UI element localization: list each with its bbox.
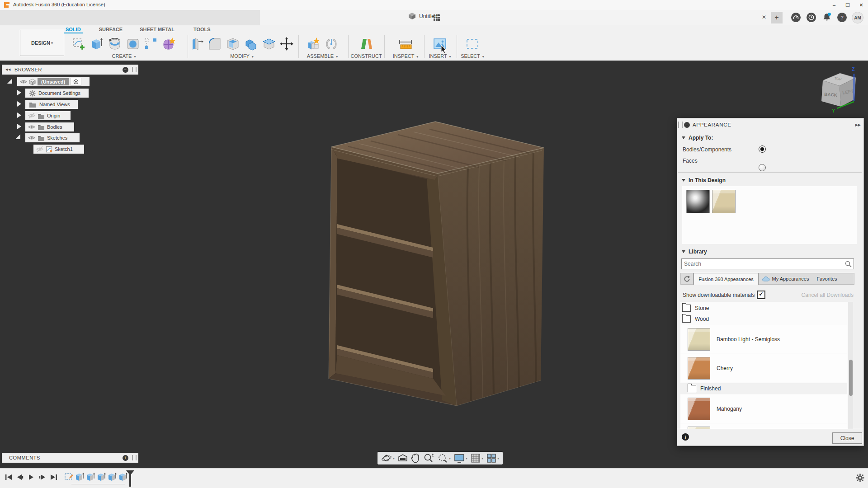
comments-add-button[interactable]: + xyxy=(123,455,128,461)
account-avatar[interactable]: AM xyxy=(852,12,863,23)
browser-row-named-views[interactable]: Named Views xyxy=(25,100,78,109)
timeline-play-button[interactable] xyxy=(26,473,36,482)
joint-button[interactable] xyxy=(324,36,339,52)
library-search-input[interactable] xyxy=(681,258,854,269)
extensions-button[interactable] xyxy=(791,13,801,22)
activate-component-radio[interactable] xyxy=(71,78,81,86)
timeline-feature-sketch[interactable] xyxy=(64,472,73,481)
timeline-feature-extrude[interactable] xyxy=(75,472,84,481)
browser-row-origin[interactable]: Origin xyxy=(25,111,71,120)
origin-expander[interactable] xyxy=(17,113,21,118)
view-cube[interactable]: TOP BACK LEFT Z Y xyxy=(811,66,868,117)
comments-drag-handle[interactable] xyxy=(132,455,137,460)
assemble-dropdown[interactable]: ASSEMBLE ▾ xyxy=(302,53,343,59)
timeline-feature-extrude[interactable] xyxy=(97,472,106,481)
close-button[interactable]: Close xyxy=(832,432,862,444)
browser-visibility-toggle[interactable]: − xyxy=(123,67,128,73)
browser-row-document-settings[interactable]: Document Settings xyxy=(25,89,89,98)
browser-collapse-icon[interactable]: ◀◀ xyxy=(5,68,11,71)
timeline-go-to-start-button[interactable] xyxy=(4,473,14,482)
timeline-position-marker[interactable] xyxy=(126,470,135,487)
timeline-settings-gear-button[interactable] xyxy=(856,474,864,482)
library-material-mahogany[interactable]: Mahogany xyxy=(680,395,847,423)
cancel-downloads-button[interactable]: Cancel all Downloads xyxy=(677,292,854,298)
create-sketch-button[interactable] xyxy=(71,36,86,52)
eye-icon[interactable] xyxy=(28,124,35,130)
library-material-bamboo[interactable]: Bamboo Light - Semigloss xyxy=(680,325,847,353)
bodies-expander[interactable] xyxy=(17,124,21,129)
appearance-swatch-wood[interactable] xyxy=(712,190,736,213)
sketches-expander[interactable] xyxy=(15,134,20,139)
library-tab-my-appearances[interactable]: My Appearances xyxy=(759,273,812,285)
appearance-drag-handle[interactable] xyxy=(678,122,683,128)
press-pull-button[interactable] xyxy=(190,36,204,52)
timeline-step-back-button[interactable] xyxy=(15,473,25,482)
eye-icon[interactable] xyxy=(20,79,27,84)
modify-dropdown[interactable]: MODIFY ▾ xyxy=(190,53,294,59)
tab-sheet-metal[interactable]: SHEET METAL xyxy=(140,26,175,33)
pan-button[interactable] xyxy=(411,453,420,463)
browser-row-root[interactable]: (Unsaved) xyxy=(17,77,90,86)
split-body-button[interactable] xyxy=(262,36,276,52)
zoom-button[interactable] xyxy=(423,453,434,463)
browser-row-sketches[interactable]: Sketches xyxy=(25,133,80,142)
eye-slash-icon[interactable] xyxy=(36,146,43,152)
library-refresh-button[interactable] xyxy=(681,273,693,285)
window-minimize-button[interactable]: – xyxy=(827,0,841,10)
library-folder-stone[interactable]: Stone xyxy=(682,304,709,313)
browser-row-sketch1[interactable]: Sketch1 xyxy=(33,145,84,154)
info-button[interactable]: i xyxy=(682,433,689,441)
workspace-selector[interactable]: DESIGN ▾ xyxy=(20,30,64,56)
orbit-button[interactable]: ▾ xyxy=(381,453,395,463)
library-scrollbar-thumb[interactable] xyxy=(849,360,853,396)
job-status-button[interactable] xyxy=(807,13,816,22)
select-button[interactable] xyxy=(465,36,480,52)
new-document-tab-button[interactable]: + xyxy=(771,12,783,23)
appearance-header[interactable]: − APPEARANCE ▶▶ xyxy=(677,118,863,131)
timeline-go-to-end-button[interactable] xyxy=(49,473,59,482)
browser-drag-handle[interactable] xyxy=(132,67,137,72)
tab-tools[interactable]: TOOLS xyxy=(193,26,211,33)
library-tab-fusion-appearances[interactable]: Fusion 360 Appearances xyxy=(693,273,759,285)
select-dropdown[interactable]: SELECT ▾ xyxy=(458,53,486,59)
eye-icon[interactable] xyxy=(28,135,35,141)
browser-header[interactable]: ◀◀ BROWSER − xyxy=(2,65,138,75)
apply-to-section-header[interactable]: Apply To: xyxy=(682,135,713,141)
apply-option-faces-radio[interactable] xyxy=(759,164,766,171)
fit-button[interactable]: ▾ xyxy=(437,453,451,463)
shell-button[interactable] xyxy=(226,36,240,52)
window-close-button[interactable]: ✕ xyxy=(854,0,868,10)
hole-button[interactable] xyxy=(126,36,140,52)
appearance-expand-icon[interactable]: ▶▶ xyxy=(855,123,861,127)
library-material-cherry[interactable]: Cherry xyxy=(680,354,847,382)
doc-settings-expander[interactable] xyxy=(17,90,21,95)
library-material-oak[interactable]: Oak xyxy=(680,424,847,429)
appearance-collapse-icon[interactable]: − xyxy=(684,122,690,128)
rectangular-pattern-button[interactable] xyxy=(144,36,158,52)
tab-solid[interactable]: SOLID xyxy=(66,26,81,33)
create-form-button[interactable] xyxy=(162,36,176,52)
tab-surface[interactable]: SURFACE xyxy=(99,26,123,33)
viewports-button[interactable]: ▾ xyxy=(486,453,499,463)
notifications-button[interactable] xyxy=(822,12,832,22)
eye-slash-icon[interactable] xyxy=(28,113,35,119)
timeline-step-forward-button[interactable] xyxy=(38,473,47,482)
library-tab-favorites[interactable]: Favorites xyxy=(812,273,842,285)
document-tab[interactable]: Untitled* xyxy=(408,12,439,20)
create-dropdown[interactable]: CREATE ▾ xyxy=(63,53,184,59)
help-button[interactable]: ? xyxy=(837,13,847,22)
combine-button[interactable] xyxy=(244,36,258,52)
comments-bar[interactable]: COMMENTS + xyxy=(2,453,138,463)
display-settings-button[interactable]: ▾ xyxy=(454,453,467,463)
measure-button[interactable] xyxy=(398,36,413,52)
apply-option-bodies-radio[interactable] xyxy=(759,145,766,153)
named-views-expander[interactable] xyxy=(17,101,21,107)
timeline-feature-extrude[interactable] xyxy=(86,472,95,481)
extrude-button[interactable] xyxy=(90,36,104,52)
library-scrollbar-track[interactable] xyxy=(848,302,853,429)
library-folder-finished[interactable]: Finished xyxy=(680,383,847,394)
window-maximize-button[interactable]: ☐ xyxy=(841,0,854,10)
in-design-section-header[interactable]: In This Design xyxy=(682,177,726,183)
library-section-header[interactable]: Library xyxy=(682,249,707,255)
grid-snap-button[interactable]: ▾ xyxy=(471,453,483,463)
